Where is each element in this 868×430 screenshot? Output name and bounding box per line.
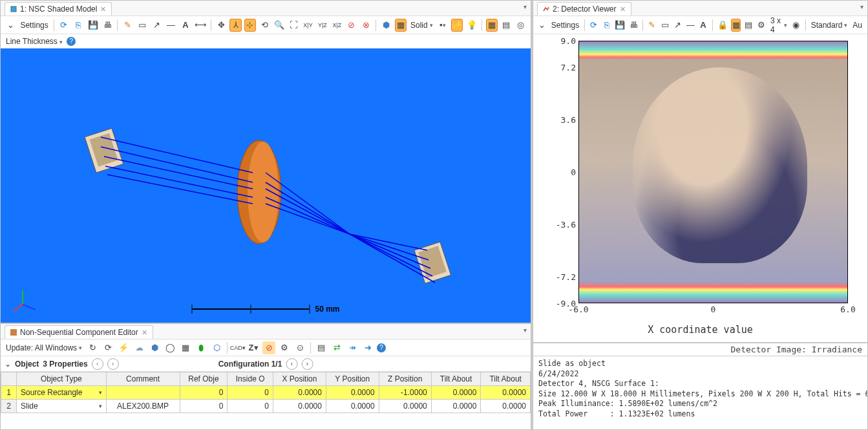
refresh-icon[interactable]: ⟳ <box>589 19 599 32</box>
table-row[interactable]: 1Source Rectangle▾000.00000.0000-1.00000… <box>1 386 531 400</box>
gear-icon[interactable]: ⚙ <box>278 341 291 354</box>
palette-icon[interactable]: ▪▾ <box>437 19 449 32</box>
col-tilty[interactable]: Tilt About <box>481 372 531 386</box>
config-next[interactable]: › <box>301 358 313 370</box>
settings-button[interactable]: Settings <box>19 21 49 30</box>
prev-button[interactable]: ‹ <box>92 358 103 370</box>
help-icon[interactable]: ? <box>377 343 386 352</box>
expand-icon[interactable]: ⌄ <box>537 19 547 32</box>
list-icon[interactable]: ▤ <box>315 341 328 354</box>
grid4-icon[interactable]: ▦ <box>179 341 192 354</box>
save-icon[interactable]: 💾 <box>614 19 626 32</box>
col-comment[interactable]: Comment <box>106 372 180 386</box>
config-prev[interactable]: ‹ <box>286 358 297 370</box>
goto-icon[interactable]: ➜ <box>361 341 374 354</box>
collapse-icon[interactable]: ↠ <box>346 341 359 354</box>
object-table[interactable]: Object Type Comment Ref Obje Inside O X … <box>1 372 531 429</box>
arrow-icon[interactable]: ↗ <box>673 19 683 32</box>
cloud-icon[interactable]: ☁ <box>132 341 145 354</box>
xy-icon[interactable]: X|Y <box>302 19 313 32</box>
col-y[interactable]: Y Position <box>326 372 379 386</box>
refresh-icon[interactable]: ⟳ <box>58 19 70 32</box>
col-x[interactable]: X Position <box>273 372 326 386</box>
help-icon[interactable]: ? <box>67 37 76 46</box>
close-icon[interactable]: ✕ <box>620 5 626 14</box>
col-ref[interactable]: Ref Obje <box>180 372 228 386</box>
solid-icon[interactable]: ▦ <box>395 19 407 32</box>
bolt-icon[interactable]: ⚡ <box>117 341 130 354</box>
pencil-icon[interactable]: ✎ <box>647 19 657 32</box>
dimension-icon[interactable]: ⟷ <box>194 19 207 32</box>
z-icon[interactable]: Z▾ <box>247 341 260 354</box>
expand-icon[interactable]: ⌄ <box>5 360 11 369</box>
box-icon[interactable]: ⬢ <box>380 19 392 32</box>
clip-icon[interactable]: ⊗ <box>360 19 372 32</box>
no-entry-icon[interactable]: ⊘ <box>346 19 357 32</box>
swap-icon[interactable]: ⇄ <box>330 341 343 354</box>
next-button[interactable]: › <box>107 358 119 370</box>
panels-icon[interactable]: ▤ <box>500 19 512 32</box>
axes-icon[interactable]: ⅄ <box>229 19 241 32</box>
pencil-icon[interactable]: ✎ <box>122 19 133 32</box>
text-icon[interactable]: A <box>698 19 708 32</box>
xz-icon[interactable]: X|Z <box>331 19 343 32</box>
lightbulb-icon[interactable]: 💡 <box>465 19 477 32</box>
3d-viewport[interactable]: 50 mm <box>1 48 531 323</box>
gear-icon[interactable]: ⚙ <box>756 19 767 32</box>
update-dropdown[interactable]: Update: All Windows ▾ <box>5 343 83 352</box>
copy-icon[interactable]: ⎘ <box>602 19 612 32</box>
tab-editor[interactable]: Non-Sequential Component Editor ✕ <box>5 325 153 339</box>
rect-icon[interactable]: ▭ <box>136 19 148 32</box>
save-icon[interactable]: 💾 <box>87 19 98 32</box>
print-icon[interactable]: 🖶 <box>101 19 113 32</box>
toggle-icon[interactable]: ⊙ <box>293 341 306 354</box>
auto-dropdown[interactable]: Au <box>851 21 863 30</box>
cad-icon[interactable]: CAD▾ <box>231 341 244 354</box>
prohibit-icon[interactable]: ⊘ <box>262 341 275 354</box>
text-icon[interactable]: A <box>180 19 191 32</box>
refresh-icon[interactable]: ↻ <box>86 341 99 354</box>
tab-detector[interactable]: 2: Detector Viewer ✕ <box>537 2 631 16</box>
line-icon[interactable]: — <box>165 19 176 32</box>
expand-icon[interactable]: ⌄ <box>5 19 16 32</box>
yz-icon[interactable]: Y|Z <box>317 19 328 32</box>
wand-icon[interactable]: ✨ <box>451 19 463 32</box>
target-icon[interactable]: ◉ <box>791 19 801 32</box>
tab-shaded-model[interactable]: 1: NSC Shaded Model ✕ <box>5 2 112 16</box>
arrow-icon[interactable]: ↗ <box>151 19 162 32</box>
dock-menu-icon[interactable]: ▾ <box>524 327 527 334</box>
hex-icon[interactable]: ⬡ <box>210 341 223 354</box>
origin-icon[interactable]: ⊹ <box>244 19 256 32</box>
circle-icon[interactable]: ◯ <box>164 341 176 354</box>
grid-icon[interactable]: ▦ <box>731 19 741 32</box>
col-tiltx[interactable]: Tilt About <box>431 372 481 386</box>
print-icon[interactable]: 🖶 <box>628 19 639 32</box>
close-icon[interactable]: ✕ <box>100 5 106 14</box>
panels-icon[interactable]: ▤ <box>743 19 754 32</box>
lock-icon[interactable]: 🔒 <box>717 19 728 32</box>
dock-menu-icon[interactable]: ▾ <box>860 3 863 10</box>
detector-plot-area[interactable]: Y coordinate value 9.07.23.60-3.6-7.2-9.… <box>533 34 867 342</box>
refresh-all-icon[interactable]: ⟳ <box>101 341 114 354</box>
zoom-icon[interactable]: 🔍 <box>273 19 285 32</box>
target-icon[interactable]: ◎ <box>515 19 527 32</box>
copy-icon[interactable]: ⎘ <box>72 19 84 32</box>
dock-menu-icon[interactable]: ▾ <box>524 3 527 10</box>
line-thickness-dropdown[interactable]: Line Thickness ▾ <box>6 37 63 46</box>
col-type[interactable]: Object Type <box>17 372 107 386</box>
col-inside[interactable]: Inside O <box>228 372 273 386</box>
link-icon[interactable]: ⬮ <box>195 341 207 354</box>
line-icon[interactable]: — <box>685 19 695 32</box>
compass-icon[interactable]: ✥ <box>215 19 227 32</box>
close-icon[interactable]: ✕ <box>142 328 147 337</box>
col-z[interactable]: Z Position <box>379 372 431 386</box>
rect-icon[interactable]: ▭ <box>660 19 670 32</box>
fit-icon[interactable]: ⛶ <box>288 19 299 32</box>
render-mode-dropdown[interactable]: Solid ▾ <box>409 21 434 30</box>
grid-size-dropdown[interactable]: 3 x 4 ▾ <box>769 16 789 34</box>
table-row[interactable]: 2Slide▾ALEX200.BMP000.00000.00000.00000.… <box>1 400 531 413</box>
rotate-icon[interactable]: ⟲ <box>259 19 270 32</box>
grid-icon[interactable]: ▦ <box>486 19 498 32</box>
settings-button[interactable]: Settings <box>550 21 580 30</box>
mode-dropdown[interactable]: Standard ▾ <box>810 21 849 30</box>
